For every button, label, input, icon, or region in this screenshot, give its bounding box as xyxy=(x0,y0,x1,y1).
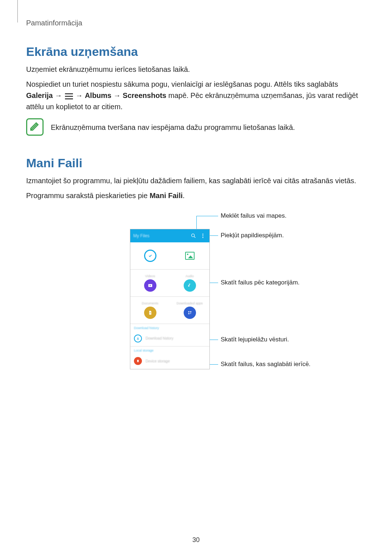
heading-screen-capture: Ekrāna uzņemšana xyxy=(26,45,366,59)
callout-categories: Skatīt failus pēc kategorijām. xyxy=(221,279,299,286)
paragraph: Programmu sarakstā pieskarieties pie Man… xyxy=(26,190,366,201)
category-downloaded-apps[interactable]: Downloaded apps xyxy=(170,297,209,324)
category-documents[interactable]: Documents xyxy=(130,297,170,324)
callout-storage: Skatīt failus, kas saglabāti ierīcē. xyxy=(221,361,311,368)
row-device-storage[interactable]: Device storage xyxy=(130,353,209,369)
menu-icon xyxy=(65,93,73,99)
more-options-icon[interactable] xyxy=(199,232,207,239)
phone-screenshot: My Files xyxy=(130,229,210,369)
app-title: My Files xyxy=(133,233,188,238)
paragraph: Izmantojiet šo programmu, lai piekļūtu d… xyxy=(26,175,366,186)
heading-my-files: Mani Faili xyxy=(26,156,366,170)
callout-more: Piekļūt papildiespējām. xyxy=(221,232,284,239)
search-icon[interactable] xyxy=(190,232,197,239)
breadcrumb: Pamatinformācija xyxy=(26,19,366,27)
note-text: Ekrānuzņēmuma tveršana nav iespējama daž… xyxy=(51,118,295,133)
category-images[interactable] xyxy=(170,242,209,269)
svg-rect-8 xyxy=(150,313,151,313)
row-download-history[interactable]: Download history xyxy=(130,331,209,346)
note-icon xyxy=(26,118,44,136)
category-audio[interactable]: Audio xyxy=(170,270,209,296)
svg-rect-13 xyxy=(138,362,138,362)
svg-point-3 xyxy=(203,235,204,237)
svg-rect-11 xyxy=(188,313,189,314)
callout-downloads: Skatīt lejupielāžu vēsturi. xyxy=(221,336,289,343)
paragraph: Uzņemiet ekrānuzņēmumu ierīces lietošana… xyxy=(26,64,366,75)
svg-rect-12 xyxy=(137,360,139,362)
category-videos[interactable]: Videos xyxy=(130,270,170,296)
svg-line-1 xyxy=(194,237,195,238)
callout-search: Meklēt failus vai mapes. xyxy=(221,212,286,219)
svg-point-4 xyxy=(203,237,204,238)
section-local-storage: Local storage xyxy=(130,346,209,353)
category-recent[interactable] xyxy=(130,242,170,269)
svg-rect-10 xyxy=(190,311,191,312)
page-number: 30 xyxy=(0,536,392,544)
svg-point-0 xyxy=(192,234,195,237)
section-download-history: Download history xyxy=(130,324,209,331)
figure-my-files: Meklēt failus vai mapes. Piekļūt papildi… xyxy=(26,210,366,384)
svg-point-2 xyxy=(203,234,204,235)
svg-rect-9 xyxy=(188,311,189,312)
paragraph: Nospiediet un turiet nospiestu sākuma po… xyxy=(26,79,366,112)
svg-rect-7 xyxy=(150,312,151,313)
